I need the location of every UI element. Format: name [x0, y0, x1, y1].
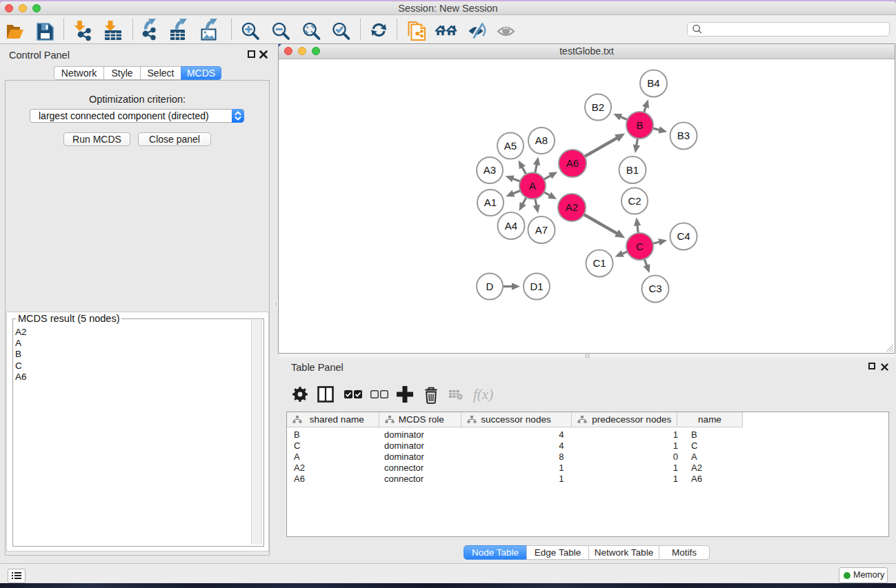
svg-text:A6: A6: [566, 157, 579, 169]
svg-text:f(x): f(x): [473, 386, 493, 403]
svg-text:A8: A8: [535, 134, 548, 146]
svg-text:B: B: [636, 119, 643, 131]
svg-text:C3: C3: [648, 283, 661, 294]
svg-text:B1: B1: [626, 164, 639, 176]
svg-text:D: D: [486, 281, 494, 292]
svg-text:B4: B4: [647, 77, 659, 89]
svg-text:A7: A7: [535, 224, 548, 236]
svg-text:C4: C4: [677, 230, 690, 242]
svg-text:A5: A5: [504, 140, 517, 152]
svg-text:C1: C1: [593, 257, 606, 269]
svg-text:A2: A2: [566, 201, 578, 213]
svg-text:C: C: [636, 241, 644, 252]
svg-text:A1: A1: [484, 196, 497, 208]
svg-text:D1: D1: [530, 281, 543, 292]
svg-text:A3: A3: [484, 164, 496, 176]
svg-text:A: A: [529, 180, 536, 192]
svg-text:B2: B2: [592, 101, 604, 113]
svg-text:A4: A4: [505, 220, 517, 232]
svg-text:C2: C2: [628, 195, 641, 207]
svg-text:B3: B3: [677, 130, 690, 141]
